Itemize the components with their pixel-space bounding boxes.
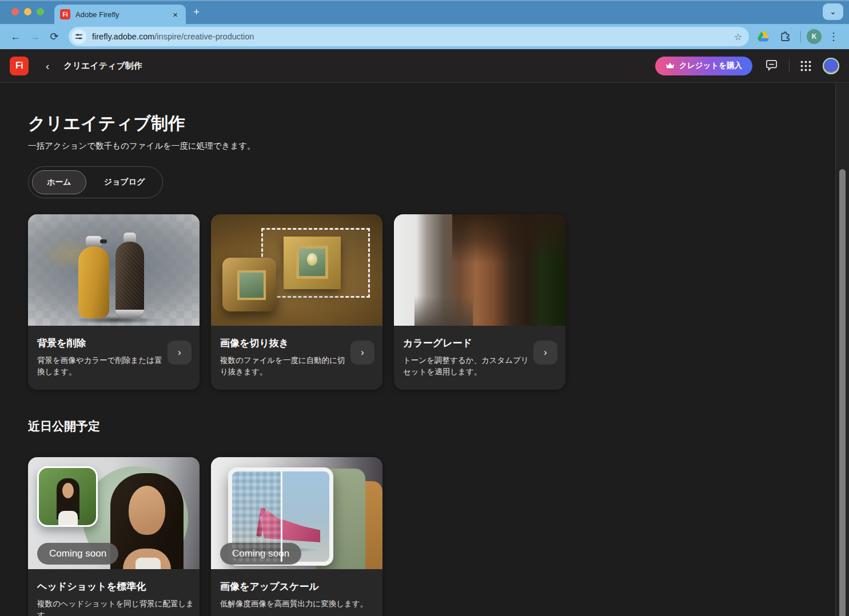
tab-title: Adobe Firefly: [75, 10, 170, 19]
toolbar-divider: [800, 31, 801, 42]
crop-thumbnail: [222, 258, 276, 311]
thumbnail-dress: [58, 511, 78, 525]
pixelated-half-overlay: [232, 471, 281, 562]
traffic-lights: [11, 8, 44, 15]
url-path: /inspire/creative-production: [154, 32, 254, 41]
page-subtitle: 一括アクションで数千ものファイルを一度に処理できます。: [28, 141, 835, 151]
header-title: クリエイティブ制作: [63, 61, 142, 71]
before-after-card: [228, 467, 333, 566]
header-divider: [789, 59, 790, 73]
page-content: クリエイティブ制作 一括アクションで数千ものファイルを一度に処理できます。 ホー…: [0, 83, 835, 616]
new-tab-button[interactable]: +: [193, 6, 200, 18]
portrait-face: [129, 486, 165, 535]
coming-soon-heading: 近日公開予定: [28, 418, 835, 434]
card-title: 画像をアップスケール: [220, 580, 373, 593]
firefly-logo[interactable]: Fi: [10, 57, 29, 75]
maximize-window-button[interactable]: [37, 8, 44, 15]
card-description: 複数のファイルを一度に自動的に切り抜きます。: [220, 355, 347, 378]
tab-search-button[interactable]: ⌄: [823, 3, 843, 20]
upscale-image: Coming soon: [211, 457, 382, 569]
remove-background-image: [28, 214, 200, 326]
card-upscale-images[interactable]: Coming soon 画像をアップスケール 低解像度画像を高画質出力に変換しま…: [211, 457, 382, 616]
scrollbar-thumb[interactable]: [839, 169, 846, 616]
frame-window: [296, 246, 328, 279]
header-back-icon[interactable]: ‹: [46, 61, 49, 71]
open-action-button[interactable]: ›: [533, 341, 557, 365]
coming-soon-card-row: Coming soon ヘッドショットを標準化 複数のヘッドショットを同じ背景に…: [28, 457, 835, 616]
browser-tab[interactable]: Fi Adobe Firefly ×: [54, 5, 186, 24]
card-body: 画像をアップスケール 低解像度画像を高画質出力に変換します。: [211, 569, 382, 616]
dark-bottle: [115, 242, 144, 318]
feedback-chat-icon[interactable]: [765, 59, 778, 72]
url-domain: firefly.adobe.com: [92, 32, 154, 41]
url-text[interactable]: firefly.adobe.com/inspire/creative-produ…: [92, 32, 734, 41]
crop-marquee: [261, 228, 370, 298]
card-description: 低解像度画像を高画質出力に変換します。: [220, 598, 380, 610]
tab-home[interactable]: ホーム: [32, 170, 86, 194]
back-button[interactable]: ←: [6, 27, 25, 46]
app-grid-icon[interactable]: [800, 61, 811, 71]
card-standardize-headshots[interactable]: Coming soon ヘッドショットを標準化 複数のヘッドショットを同じ背景に…: [28, 457, 200, 616]
card-body: 背景を削除 背景を画像やカラーで削除または置換します。 ›: [28, 326, 200, 390]
buy-credits-button[interactable]: クレジットを購入: [655, 57, 752, 75]
account-avatar[interactable]: [823, 58, 839, 74]
open-action-button[interactable]: ›: [350, 341, 374, 365]
browser-window: Fi Adobe Firefly × + ⌄ ← → ⟳ firefly.ado…: [0, 0, 849, 616]
source-headshot-thumbnail: [37, 466, 98, 527]
firefly-favicon: Fi: [60, 9, 70, 19]
toolbar-extensions: K ⋮: [754, 27, 843, 46]
picture-frame: [284, 237, 341, 289]
scrollbar-track[interactable]: [835, 83, 849, 616]
google-drive-icon[interactable]: [754, 27, 773, 46]
close-window-button[interactable]: [11, 8, 19, 15]
browser-toolbar: ← → ⟳ firefly.adobe.com/inspire/creative…: [0, 24, 849, 49]
card-crop-images[interactable]: 画像を切り抜き 複数のファイルを一度に自動的に切り抜きます。 ›: [211, 214, 382, 390]
firefly-header: Fi ‹ クリエイティブ制作 クレジットを購入: [0, 49, 849, 83]
card-body: ヘッドショットを標準化 複数のヘッドショットを同じ背景に配置します。: [28, 569, 200, 616]
yellow-bottle: [78, 246, 109, 318]
headshots-image: Coming soon: [28, 457, 200, 569]
card-description: 背景を画像やカラーで削除または置換します。: [37, 355, 164, 378]
buy-credits-label: クレジットを購入: [679, 61, 742, 71]
card-body: 画像を切り抜き 複数のファイルを一度に自動的に切り抜きます。 ›: [211, 326, 382, 390]
open-action-button[interactable]: ›: [168, 341, 192, 365]
portrait-top: [135, 558, 161, 569]
chrome-menu-icon[interactable]: ⋮: [824, 27, 843, 46]
coming-soon-badge: Coming soon: [37, 543, 118, 565]
card-body: カラーグレード トーンを調整するか、カスタムプリセットを適用します。 ›: [394, 326, 565, 390]
card-title: ヘッドショットを標準化: [37, 580, 190, 593]
view-tabs: ホーム ジョブログ: [28, 166, 163, 198]
crown-icon: [665, 62, 675, 69]
reload-button[interactable]: ⟳: [45, 27, 64, 46]
tab-strip: Fi Adobe Firefly × + ⌄: [0, 0, 849, 24]
page-title: クリエイティブ制作: [28, 112, 835, 135]
actions-card-row: 背景を削除 背景を画像やカラーで削除または置換します。 › 画像を切り抜き: [28, 214, 835, 390]
forward-button[interactable]: →: [25, 27, 45, 46]
card-remove-background[interactable]: 背景を削除 背景を画像やカラーで削除または置換します。 ›: [28, 214, 200, 390]
chrome-profile-avatar[interactable]: K: [807, 29, 822, 44]
bookmark-star-icon[interactable]: ☆: [734, 31, 742, 42]
site-settings-icon[interactable]: [71, 29, 86, 44]
tab-close-icon[interactable]: ×: [170, 10, 180, 19]
extensions-puzzle-icon[interactable]: [775, 27, 795, 46]
color-grade-image: [394, 214, 565, 326]
address-bar[interactable]: firefly.adobe.com/inspire/creative-produ…: [69, 27, 749, 46]
crop-images-image: [211, 214, 382, 326]
card-description: トーンを調整するか、カスタムプリセットを適用します。: [403, 355, 530, 378]
card-description: 複数のヘッドショットを同じ背景に配置します。: [37, 598, 197, 616]
minimize-window-button[interactable]: [24, 8, 31, 15]
card-color-grade[interactable]: カラーグレード トーンを調整するか、カスタムプリセットを適用します。 ›: [394, 214, 565, 390]
tab-job-log[interactable]: ジョブログ: [90, 171, 160, 194]
